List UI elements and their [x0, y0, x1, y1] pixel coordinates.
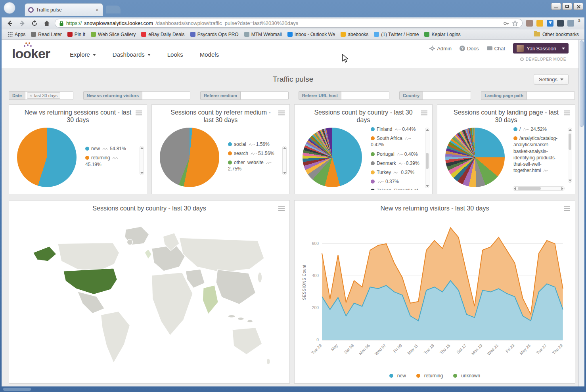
close-button[interactable] — [573, 3, 583, 10]
scroll-up-icon[interactable] — [283, 147, 286, 149]
legend-item[interactable]: South Africa0.42% — [371, 135, 421, 148]
bookmark-item[interactable]: Inbox - Outlook We — [285, 32, 338, 37]
docs-link[interactable]: ? Docs — [460, 46, 479, 52]
tile-menu-icon[interactable] — [278, 111, 285, 117]
looker-logo[interactable]: looker — [12, 46, 50, 61]
new-tab-button[interactable] — [106, 6, 121, 13]
tile-menu-icon[interactable] — [564, 207, 570, 212]
home-button[interactable] — [42, 19, 51, 28]
extension-a-icon[interactable]: a — [578, 18, 580, 23]
scroll-down-icon[interactable] — [140, 172, 144, 174]
bookmark-item[interactable]: Web Slice Gallery — [88, 32, 138, 37]
legend-item[interactable]: 0.37% — [371, 178, 421, 185]
map-region-new-zealand[interactable] — [266, 358, 270, 365]
map-region-indonesia[interactable] — [228, 315, 235, 317]
chat-link[interactable]: Chat — [487, 46, 505, 52]
map-region-iceland[interactable] — [127, 239, 132, 245]
bookmark-item[interactable]: eBay Daily Deals — [138, 32, 187, 37]
tile-menu-icon[interactable] — [136, 111, 142, 117]
legend-item[interactable]: Portugal0.40% — [371, 151, 421, 157]
extension-icon[interactable] — [526, 20, 533, 27]
map-region-australia[interactable] — [232, 327, 262, 354]
key-icon[interactable] — [503, 20, 509, 27]
scroll-down-icon[interactable] — [283, 172, 286, 174]
map-region-canada[interactable] — [58, 243, 119, 272]
bookmark-item[interactable]: Read Later — [28, 32, 64, 37]
filter-input[interactable] — [142, 91, 190, 100]
legend-item[interactable]: /analytics/catalog-analytics/market-bask… — [513, 135, 564, 174]
legend-item[interactable]: returning — [416, 373, 443, 379]
map-region-uk[interactable] — [145, 249, 152, 259]
back-button[interactable] — [6, 19, 14, 28]
nav-models[interactable]: Models — [200, 51, 219, 58]
scroll-up-icon[interactable] — [426, 129, 429, 131]
legend-scrollbar[interactable] — [282, 146, 287, 175]
bookmark-item[interactable]: Keplar Logins — [421, 32, 463, 37]
legend-item[interactable]: Taiwan, Republic of — [371, 187, 421, 190]
nav-dashboards[interactable]: Dashboards — [113, 51, 151, 58]
legend-scrollbar[interactable] — [568, 128, 572, 183]
filter-input[interactable] — [240, 91, 289, 100]
filter-input[interactable]: ×last 30 days — [25, 91, 73, 100]
scroll-right-icon[interactable] — [561, 187, 563, 190]
tile-menu-icon[interactable] — [421, 111, 427, 117]
reload-button[interactable] — [30, 19, 39, 28]
remove-token-icon[interactable]: × — [30, 93, 32, 98]
developer-mode-toggle[interactable]: DEVELOPER MODE — [520, 57, 566, 61]
map-region-alaska[interactable] — [33, 247, 56, 261]
map-region-indonesia[interactable] — [237, 317, 244, 320]
horizontal-scroll-thumb[interactable] — [3, 388, 31, 391]
legend-item[interactable]: unknown — [453, 373, 480, 379]
legend-item[interactable]: search51.56% — [228, 150, 278, 157]
legend-item[interactable]: new — [389, 373, 406, 379]
bookmark-item[interactable]: Apps — [5, 32, 28, 37]
user-menu-button[interactable]: Yali Sassoon — [513, 43, 569, 54]
filter-input[interactable] — [527, 91, 575, 100]
scroll-up-icon[interactable] — [140, 147, 144, 149]
scroll-thumb[interactable] — [518, 187, 541, 190]
bookmark-star-icon[interactable] — [512, 20, 518, 27]
extension-icon[interactable] — [536, 20, 543, 27]
legend-item[interactable]: social1.56% — [228, 141, 278, 147]
legend-item[interactable]: returning45.19% — [85, 155, 136, 167]
maximize-button[interactable] — [562, 3, 572, 10]
other-bookmarks-button[interactable]: Other bookmarks — [532, 32, 581, 37]
scroll-left-icon[interactable] — [514, 187, 516, 190]
extension-icon[interactable] — [567, 20, 574, 27]
map-region-europe[interactable] — [152, 245, 185, 271]
scroll-thumb[interactable] — [580, 40, 584, 127]
legend-scrollbar[interactable] — [140, 146, 144, 175]
filter-input[interactable] — [341, 91, 389, 100]
map-region-indonesia[interactable] — [247, 320, 253, 323]
profile-icon[interactable] — [4, 2, 15, 14]
map-region-africa[interactable] — [152, 272, 193, 335]
filter-input[interactable] — [423, 91, 471, 100]
bookmark-item[interactable]: (1) Twitter / Home — [371, 32, 421, 37]
nav-looks[interactable]: Looks — [167, 51, 183, 58]
browser-tab[interactable]: Traffic pulse × — [25, 3, 103, 16]
legend-item[interactable]: /24.52% — [513, 126, 564, 132]
forward-button[interactable] — [18, 19, 27, 28]
scroll-thumb[interactable] — [569, 134, 571, 150]
map-region-india[interactable] — [203, 285, 218, 314]
tile-menu-icon[interactable] — [278, 207, 285, 212]
bookmark-item[interactable]: abebooks — [338, 32, 371, 37]
legend-item[interactable]: new54.81% — [85, 145, 136, 152]
map-region-russia[interactable] — [179, 238, 264, 272]
scroll-thumb[interactable] — [426, 153, 429, 168]
legend-item[interactable]: other_website2.75% — [228, 159, 278, 172]
map-region-south-america[interactable] — [101, 311, 130, 363]
legend-item[interactable]: Finland0.44% — [371, 126, 421, 132]
extension-icon[interactable] — [547, 20, 553, 27]
tab-close-icon[interactable]: × — [95, 7, 100, 13]
bookmark-item[interactable]: Psycards Ops PRO — [188, 32, 241, 37]
scroll-down-icon[interactable] — [569, 180, 572, 182]
bookmark-item[interactable]: MTM Webmail — [241, 32, 285, 37]
scroll-up-icon[interactable] — [569, 129, 572, 131]
nav-explore[interactable]: Explore — [70, 51, 96, 58]
map-region-usa[interactable] — [63, 268, 117, 294]
map-region-japan[interactable] — [258, 272, 262, 283]
legend-item[interactable]: Denmark0.39% — [371, 160, 421, 166]
legend-hscrollbar[interactable] — [513, 186, 565, 191]
bookmark-item[interactable]: Pin It — [65, 32, 88, 37]
